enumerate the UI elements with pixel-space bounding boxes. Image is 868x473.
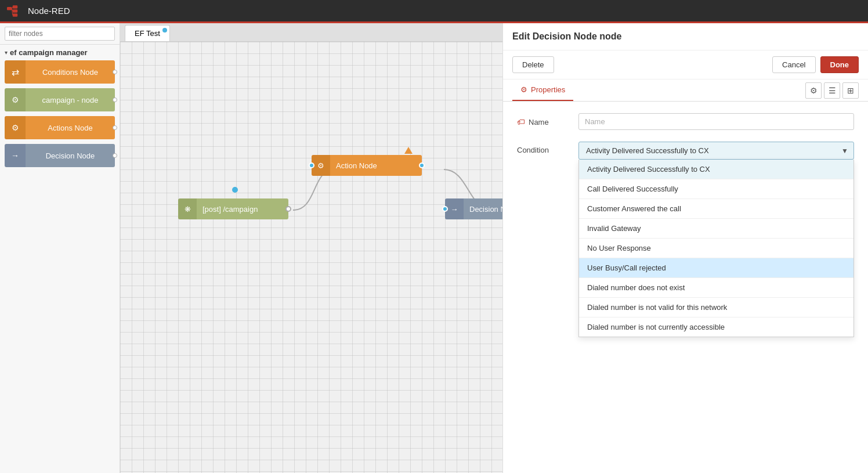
category-label: ef campaign manager: [10, 48, 88, 57]
panel-title: Edit Decision Node node: [512, 31, 621, 41]
canvas-tab-ef-test[interactable]: EF Test: [125, 25, 170, 41]
campaign-node-icon: ⚙: [5, 88, 26, 111]
panel-actions-right: Cancel Done: [772, 56, 859, 73]
post-campaign-label: [post] /campaign: [197, 198, 288, 219]
conditions-node-port-right: [113, 70, 117, 74]
select-arrow-icon: ▼: [841, 147, 848, 155]
dropdown-item-4[interactable]: No User Response: [579, 239, 853, 258]
dropdown-item-3[interactable]: Invalid Gateway: [579, 219, 853, 239]
dropdown-item-5[interactable]: User Busy/Call rejected: [579, 258, 853, 278]
svg-line-4: [12, 7, 12, 9]
condition-dropdown: Activity Delivered Successfully to CX Ca…: [578, 160, 854, 337]
cancel-button[interactable]: Cancel: [772, 56, 815, 73]
decision-canvas-port-left: [442, 206, 448, 212]
form-label-name: 🏷 Name: [517, 113, 569, 127]
conditions-node-label: Conditions Node: [26, 60, 115, 84]
decision-node-port-right: [113, 153, 117, 158]
flow-node-decision-canvas[interactable]: → Decision N: [445, 198, 502, 219]
actions-node-icon: ⚙: [5, 116, 26, 139]
name-input[interactable]: [578, 113, 854, 130]
delete-button[interactable]: Delete: [512, 56, 554, 73]
node-red-logo-icon: [7, 5, 23, 17]
main-layout: ▾ ef campaign manager ⇄ Conditions Node …: [0, 23, 868, 473]
svg-rect-2: [13, 9, 17, 13]
app-logo: Node-RED: [7, 5, 70, 17]
sidebar-category[interactable]: ▾ ef campaign manager: [0, 45, 120, 58]
action-node-label: Action Node: [330, 155, 422, 176]
post-campaign-icon: ❋: [178, 198, 197, 219]
form-row-name: 🏷 Name: [517, 113, 854, 130]
condition-selected-value: Activity Delivered Successfully to CX: [586, 146, 709, 155]
action-node-warning: [404, 147, 413, 154]
conditions-icon-glyph: ⇄: [12, 67, 19, 78]
panel-header: Edit Decision Node node: [503, 23, 868, 50]
dropdown-item-6[interactable]: Dialed number does not exist: [579, 278, 853, 298]
panel-actions-left: Delete: [512, 56, 554, 73]
decision-canvas-label: Decision N: [464, 198, 502, 219]
action-node-icon-glyph: ⚙: [317, 161, 324, 170]
canvas-svg: [120, 42, 502, 473]
conditions-node-icon: ⇄: [5, 60, 26, 84]
flow-node-post-campaign[interactable]: ❋ [post] /campaign: [178, 198, 288, 219]
dropdown-item-8[interactable]: Dialed number is not currently accessibl…: [579, 317, 853, 337]
campaign-node-port-right: [113, 98, 117, 102]
tab-properties-label: Properties: [531, 85, 565, 94]
panel-tab-icons: ⚙ ☰ ⊞: [805, 82, 859, 99]
condition-label-text: Condition: [517, 146, 549, 154]
panel-icon-layout[interactable]: ⊞: [842, 82, 859, 99]
svg-rect-0: [7, 7, 12, 10]
canvas-grid[interactable]: ❋ [post] /campaign ⚙ Action Node: [120, 42, 502, 473]
search-bar[interactable]: [0, 23, 120, 45]
panel-body: 🏷 Name Condition Activity Delivered Succ…: [503, 102, 868, 473]
tab-properties[interactable]: ⚙ Properties: [512, 80, 573, 101]
decision-icon-glyph: →: [11, 151, 19, 160]
action-node-port-left: [309, 163, 314, 168]
app-title: Node-RED: [28, 6, 70, 16]
sidebar-item-conditions-node[interactable]: ⇄ Conditions Node: [5, 60, 115, 84]
campaign-node-label: campaign - node: [26, 88, 115, 111]
canvas-tab-bar: EF Test: [120, 23, 502, 42]
decision-node-label: Decision Node: [26, 144, 115, 167]
dropdown-item-2[interactable]: Customer Answered the call: [579, 199, 853, 219]
panel-icon-gear[interactable]: ⚙: [805, 82, 822, 99]
flow-node-action-node[interactable]: ⚙ Action Node: [312, 155, 422, 176]
done-button[interactable]: Done: [820, 56, 859, 73]
post-campaign-icon-glyph: ❋: [185, 205, 191, 214]
topbar: Node-RED: [0, 0, 868, 23]
svg-line-6: [12, 8, 12, 15]
decision-canvas-icon-glyph: →: [451, 205, 458, 214]
condition-select-container[interactable]: Activity Delivered Successfully to CX ▼ …: [578, 142, 854, 160]
panel-tabs: ⚙ Properties ⚙ ☰ ⊞: [503, 80, 868, 102]
canvas-tab-dot: [162, 28, 167, 33]
panel-actions: Delete Cancel Done: [503, 50, 868, 80]
condition-select-box[interactable]: Activity Delivered Successfully to CX ▼: [578, 142, 854, 160]
post-campaign-port-right: [285, 206, 291, 212]
svg-point-7: [232, 187, 238, 193]
action-node-port-right: [419, 163, 425, 168]
dropdown-item-0[interactable]: Activity Delivered Successfully to CX: [579, 160, 853, 179]
dropdown-item-7[interactable]: Dialed number is not valid for this netw…: [579, 298, 853, 317]
sidebar: ▾ ef campaign manager ⇄ Conditions Node …: [0, 23, 120, 473]
name-label-text: Name: [529, 118, 549, 127]
sidebar-item-actions-node[interactable]: ⚙ Actions Node: [5, 116, 115, 139]
sidebar-item-campaign-node[interactable]: ⚙ campaign - node: [5, 88, 115, 111]
right-panel: Edit Decision Node node Delete Cancel Do…: [502, 23, 868, 473]
svg-rect-1: [13, 5, 17, 9]
actions-node-port-right: [113, 125, 117, 130]
panel-icon-doc[interactable]: ☰: [824, 82, 840, 99]
sidebar-item-decision-node[interactable]: → Decision Node: [5, 144, 115, 167]
canvas-area: EF Test ❋ [post] /campaign: [120, 23, 502, 473]
decision-node-icon: →: [5, 144, 26, 167]
actions-icon-glyph: ⚙: [12, 123, 19, 132]
campaign-icon-glyph: ⚙: [12, 95, 19, 104]
form-row-condition: Condition Activity Delivered Successfull…: [517, 142, 854, 160]
tab-properties-icon: ⚙: [520, 85, 527, 94]
search-input[interactable]: [5, 27, 115, 41]
chevron-icon: ▾: [5, 49, 8, 56]
name-label-icon: 🏷: [517, 117, 525, 127]
form-label-condition: Condition: [517, 142, 569, 154]
svg-rect-3: [13, 13, 17, 17]
dropdown-item-1[interactable]: Call Delivered Successfully: [579, 179, 853, 199]
actions-node-label: Actions Node: [26, 116, 115, 139]
canvas-tab-label: EF Test: [135, 29, 160, 38]
